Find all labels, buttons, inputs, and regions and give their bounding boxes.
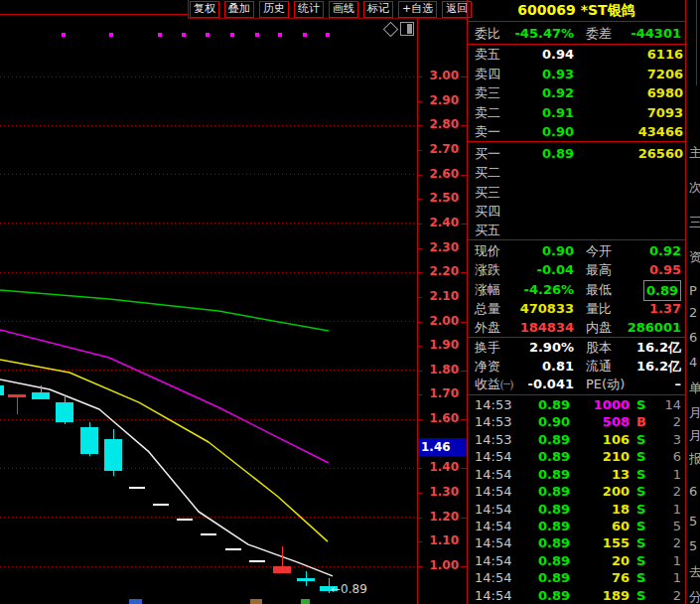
ma-short-line — [0, 360, 328, 541]
ask-row[interactable]: 卖二0.917093 — [468, 103, 685, 123]
financial-row: 换手2.90%股本16.2亿 — [468, 339, 685, 358]
bid-row[interactable]: 买二 — [468, 163, 685, 182]
axis-label: 1.80 — [418, 363, 459, 377]
axis-tick — [418, 371, 422, 372]
clipped-text: 5 — [689, 538, 697, 553]
candle-body — [56, 402, 73, 422]
axis-tick — [418, 224, 422, 225]
detail-label-2: 最高 — [586, 260, 612, 279]
tick-price: 0.89 — [538, 501, 570, 518]
financial-value-1: 0.81 — [542, 358, 574, 377]
financial-label-1: 换手 — [475, 339, 500, 358]
axis-label: 3.00 — [418, 69, 459, 82]
tick-price: 0.89 — [538, 483, 570, 500]
tick-time: 14:54 — [475, 501, 511, 518]
financial-value-1: 2.90% — [529, 339, 574, 358]
trade-tick-row: 14:540.89200S2 — [468, 483, 685, 500]
bid-volume: 26560 — [638, 144, 683, 163]
tick-volume: 13 — [612, 466, 630, 483]
split-window-icon[interactable] — [400, 22, 414, 36]
trade-tick-row: 14:540.8976S1 — [468, 569, 685, 586]
ask-label: 卖一 — [475, 122, 500, 142]
financial-value-2: 16.2亿 — [636, 339, 681, 358]
axis-tick — [418, 468, 422, 469]
trade-tick-row: 14:540.89189S2 — [468, 587, 685, 604]
financial-label-1: 净资 — [475, 358, 500, 377]
axis-tick — [418, 518, 422, 519]
tick-volume: 18 — [612, 501, 630, 518]
weicha-label: 委差 — [586, 23, 612, 44]
bid-label: 买二 — [475, 163, 500, 182]
ma-long-line — [0, 290, 329, 331]
axis-tick — [418, 76, 422, 77]
ask-row[interactable]: 卖五0.946116 — [468, 45, 685, 65]
bid-row[interactable]: 买五 — [468, 221, 685, 239]
clipped-text: 三 — [689, 214, 700, 231]
tick-side: S — [636, 552, 645, 569]
tick-price: 0.89 — [538, 569, 570, 586]
ask-row[interactable]: 卖一0.9043466 — [468, 122, 685, 142]
weibi-value: -45.47% — [514, 23, 574, 44]
clipped-text: P — [689, 283, 697, 298]
axis-label: 2.70 — [418, 142, 459, 156]
axis-label: 1.60 — [418, 411, 459, 425]
clipped-text: 次 — [689, 179, 700, 197]
bid-row[interactable]: 买一0.8926560 — [468, 144, 685, 163]
kline-chart-svg — [0, 0, 417, 604]
tick-time: 14:53 — [475, 396, 511, 413]
tick-price: 0.89 — [538, 448, 570, 465]
trade-tick-row: 14:540.8960S5 — [468, 518, 685, 534]
tick-side: S — [636, 569, 645, 586]
ask-volume: 7206 — [647, 65, 683, 84]
trade-tick-row: 14:540.8918S1 — [468, 501, 685, 518]
tick-side: S — [636, 501, 645, 518]
detail-label-1: 涨幅 — [475, 280, 500, 299]
tick-side: B — [636, 413, 646, 430]
axis-label: 2.40 — [418, 216, 459, 229]
axis-tick — [418, 322, 422, 323]
axis-label: 1.90 — [418, 338, 459, 352]
kline-chart-canvas[interactable]: ←0.89 — [0, 0, 417, 604]
ask-row[interactable]: 卖三0.926980 — [468, 83, 685, 103]
trade-tick-row: 14:530.89106S3 — [468, 431, 685, 448]
axis-tick — [418, 101, 422, 102]
axis-label: 2.50 — [418, 191, 459, 205]
detail-label-1: 外盘 — [475, 318, 500, 337]
clipped-side-panel: 主次三资P264单月月报655去分 — [689, 0, 700, 604]
tick-price: 0.90 — [538, 413, 570, 430]
bid-row[interactable]: 买三 — [468, 183, 685, 202]
limit-down-dot — [206, 33, 210, 37]
tick-count: 1 — [673, 501, 681, 518]
limit-down-dot — [303, 33, 307, 37]
axis-tick — [418, 272, 422, 273]
clipped-text: 报 — [689, 450, 700, 468]
bid-label: 买一 — [475, 144, 500, 163]
clipped-text: 月 — [689, 427, 700, 445]
tick-volume: 189 — [603, 587, 630, 604]
bid-row[interactable]: 买四 — [468, 202, 685, 221]
tick-count: 2 — [673, 483, 681, 500]
ask-volume: 43466 — [638, 122, 683, 142]
tick-volume: 508 — [603, 413, 630, 430]
ask-volume: 7093 — [647, 103, 683, 123]
detail-label-2: 量比 — [586, 299, 612, 318]
financial-value-1: -0.041 — [527, 376, 574, 394]
tick-side: S — [636, 518, 645, 534]
limit-down-dot — [255, 33, 259, 37]
weibi-row: 委比 -45.47% 委差 -44301 — [468, 23, 685, 44]
tick-side: S — [636, 466, 645, 483]
axis-label: 1.00 — [418, 558, 459, 572]
axis-tick — [418, 297, 422, 298]
detail-row: 涨跌-0.04最高0.95 — [468, 260, 685, 279]
tick-side: S — [636, 431, 645, 448]
tick-time: 14:53 — [475, 431, 511, 448]
clipped-text: 4 — [689, 355, 697, 370]
detail-label-2: 今开 — [586, 241, 612, 260]
tick-count: 1 — [673, 569, 681, 586]
axis-tick — [418, 175, 422, 176]
detail-value-1: 184834 — [520, 318, 574, 337]
separator — [468, 394, 685, 395]
ask-row[interactable]: 卖四0.937206 — [468, 65, 685, 84]
limit-down-dot — [326, 33, 330, 37]
current-price-marker: 1.46 — [418, 438, 467, 456]
